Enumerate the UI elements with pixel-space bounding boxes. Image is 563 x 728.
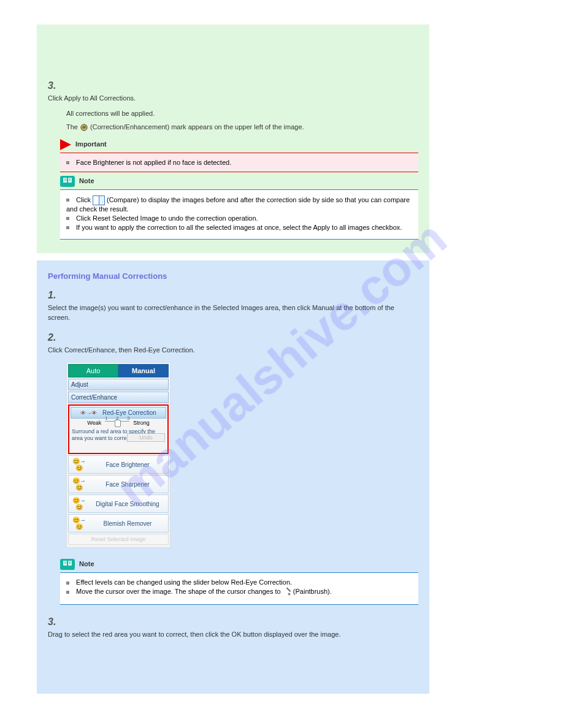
correct-enhance-panel: Auto Manual Adjust Correct/Enhance 👁→👁 R… xyxy=(66,362,170,548)
step-text: Click Apply to All Corrections. xyxy=(48,93,416,104)
step-3-sub2: The (Correction/Enhancement) mark appear… xyxy=(66,123,418,132)
undo-button[interactable]: Undo xyxy=(127,433,165,442)
note-box-blue: Effect levels can be changed using the s… xyxy=(60,572,418,605)
note-box-green: Click (Compare) to display the images be… xyxy=(60,189,418,240)
step-3-blue: 3. Drag to select the red area you want … xyxy=(48,615,418,640)
blue-note2-post: (Paintbrush). xyxy=(293,588,332,595)
panel-green: 3. Click Apply to All Corrections. All c… xyxy=(37,25,429,253)
face-brightener-label: Face Brightener xyxy=(88,461,167,468)
svg-rect-15 xyxy=(286,588,291,592)
bullet-icon xyxy=(66,591,69,594)
note2-text: Click Reset Selected Image to undo the c… xyxy=(76,214,258,222)
note1-post: (Compare) to display the images before a… xyxy=(66,196,410,213)
important-label: Important xyxy=(75,140,107,148)
book-icon xyxy=(60,176,75,187)
step-text: Click Correct/Enhance, then Red-Eye Corr… xyxy=(48,345,416,355)
svg-rect-16 xyxy=(288,593,291,596)
note3-text: If you want to apply the correction to a… xyxy=(76,224,402,231)
tabs: Auto Manual xyxy=(68,364,169,377)
step-number: 3. xyxy=(48,615,66,629)
step-number: 3. xyxy=(48,78,66,93)
step-3: 3. Click Apply to All Corrections. xyxy=(48,78,418,104)
face-sharpener-icon: 😊→😊 xyxy=(70,477,88,491)
important-header: Important xyxy=(60,139,418,150)
red-eye-icon: 👁→👁 xyxy=(80,410,97,416)
strong-label: Strong xyxy=(133,420,150,426)
row-correct-enhance[interactable]: Correct/Enhance xyxy=(68,392,169,403)
tab-manual[interactable]: Manual xyxy=(118,364,169,377)
bullet-icon xyxy=(66,582,69,585)
red-eye-group: 👁→👁 Red-Eye Correction Weak Strong Surro… xyxy=(68,404,169,454)
blue-note1-text: Effect levels can be changed using the s… xyxy=(76,578,292,586)
weak-label: Weak xyxy=(87,420,101,426)
panel-blue: Performing Manual Corrections 1. Select … xyxy=(37,260,429,694)
bullet-icon xyxy=(66,217,69,220)
step-number: 1. xyxy=(48,288,66,303)
compare-icon xyxy=(93,195,105,205)
bullet-icon xyxy=(66,199,69,202)
blemish-remover-label: Blemish Remover xyxy=(88,520,167,527)
reset-selected-image-button[interactable]: Reset Selected Image xyxy=(68,534,169,545)
note-item-1: Click (Compare) to display the images be… xyxy=(66,195,412,213)
blue-note-item-1: Effect levels can be changed using the s… xyxy=(66,578,412,586)
step-3-sub1: All corrections will be applied. xyxy=(66,110,418,117)
blemish-remover-button[interactable]: 😊→😊 Blemish Remover xyxy=(68,514,169,533)
face-brightener-button[interactable]: 😊→😊 Face Brightener xyxy=(68,455,169,474)
digital-face-smoothing-label: Digital Face Smoothing xyxy=(88,501,167,507)
step-2-blue: 2. Click Correct/Enhance, then Red-Eye C… xyxy=(48,330,418,355)
flag-icon xyxy=(60,139,71,150)
sub2-pre: The xyxy=(66,123,80,131)
step-text: Drag to select the red area you want to … xyxy=(48,629,416,640)
step-text: Select the image(s) you want to correct/… xyxy=(48,303,416,323)
sub2-post: (Correction/Enhancement) mark appears on… xyxy=(90,123,304,131)
blue-title: Performing Manual Corrections xyxy=(48,271,418,281)
digital-face-smoothing-button[interactable]: 😊→😊 Digital Face Smoothing xyxy=(68,495,169,513)
step-1-blue: 1. Select the image(s) you want to corre… xyxy=(48,288,418,323)
important-item: Face Brightener is not applied if no fac… xyxy=(66,159,412,166)
book-icon xyxy=(60,559,75,570)
effect-slider[interactable] xyxy=(105,421,129,425)
note-header-blue: Note xyxy=(60,559,418,570)
face-sharpener-label: Face Sharpener xyxy=(88,481,167,488)
tab-auto[interactable]: Auto xyxy=(68,364,118,377)
blue-note2-pre: Move the cursor over the image. The shap… xyxy=(76,588,283,595)
step-number: 2. xyxy=(48,330,66,345)
correction-mark-icon xyxy=(80,123,88,132)
note-item-3: If you want to apply the correction to a… xyxy=(66,224,412,231)
bullet-icon xyxy=(66,161,69,164)
row-adjust[interactable]: Adjust xyxy=(68,379,169,390)
paintbrush-icon xyxy=(283,588,291,596)
face-sharpener-button[interactable]: 😊→😊 Face Sharpener xyxy=(68,475,169,493)
important-box: Face Brightener is not applied if no fac… xyxy=(60,153,418,172)
note-label: Note xyxy=(79,177,94,184)
slider-row: Weak Strong xyxy=(71,419,166,427)
digital-face-smoothing-icon: 😊→😊 xyxy=(70,497,88,510)
face-brightener-icon: 😊→😊 xyxy=(70,458,88,471)
note-label: Note xyxy=(79,560,94,567)
blue-note-item-2: Move the cursor over the image. The shap… xyxy=(66,588,412,596)
note-item-2: Click Reset Selected Image to undo the c… xyxy=(66,214,412,222)
note-header-green: Note xyxy=(60,176,418,187)
slider-knob[interactable] xyxy=(115,420,121,427)
blemish-remover-icon: 😊→😊 xyxy=(70,517,88,530)
bullet-icon xyxy=(66,226,69,229)
important-item-text: Face Brightener is not applied if no fac… xyxy=(76,159,231,166)
note1-pre: Click xyxy=(76,196,93,203)
